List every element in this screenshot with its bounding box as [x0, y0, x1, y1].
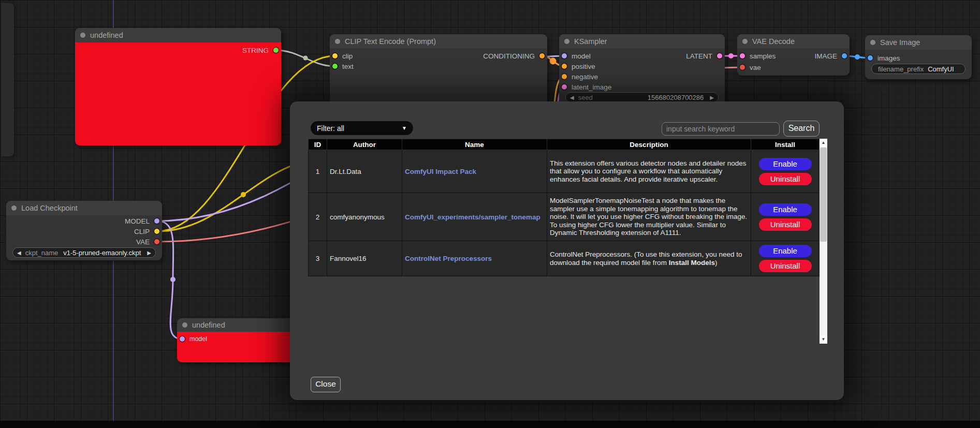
filename-prefix-label: filename_prefix [878, 65, 924, 73]
extension-link[interactable]: ComfyUI_experiments/sampler_tonemap [405, 213, 540, 221]
ckpt-name-widget[interactable]: ◀ ckpt_name v1-5-pruned-emaonly.ckpt ▶ [12, 247, 156, 258]
output-slot-latent[interactable]: LATENT [559, 51, 725, 61]
header-id: ID [309, 139, 327, 150]
cell-id: 1 [309, 150, 327, 193]
input-dot-negative[interactable] [562, 74, 567, 79]
extension-link[interactable]: ControlNet Preprocessors [405, 255, 492, 262]
output-dot-conditioning[interactable] [539, 53, 545, 58]
arrow-right-icon[interactable]: ▶ [147, 250, 151, 256]
input-slot-images[interactable]: images [865, 53, 972, 63]
output-slot-image[interactable]: IMAGE [737, 51, 850, 61]
node-title-bar[interactable]: undefined [75, 28, 281, 42]
ckpt-name-label: ckpt_name [25, 249, 58, 257]
wire-dot [241, 192, 246, 197]
seed-widget-value[interactable]: 156680208700286 [648, 94, 704, 101]
input-dot-positive[interactable] [562, 64, 567, 69]
arrow-right-icon[interactable]: ▶ [710, 95, 714, 100]
input-dot-images[interactable] [868, 55, 873, 61]
output-dot-string[interactable] [273, 48, 279, 53]
ckpt-name-value[interactable]: v1-5-pruned-emaonly.ckpt [63, 249, 141, 257]
table-scrollbar[interactable]: ▲ ▼ [820, 139, 827, 344]
node-error-body [75, 42, 281, 145]
seed-widget[interactable]: ◀ seed 156680208700286 ▶ [565, 92, 719, 102]
output-slot-clip[interactable]: CLIP [6, 226, 162, 237]
cell-install: Enable Uninstall [751, 193, 820, 241]
wire-dot [550, 58, 557, 65]
node-title-bar[interactable]: Save Image [865, 35, 972, 50]
scrollbar-down-icon[interactable]: ▼ [820, 335, 827, 344]
cell-author: Fannovel16 [327, 241, 402, 276]
arrow-left-icon[interactable]: ◀ [570, 95, 574, 100]
output-slot-label: CONDITIONING [483, 52, 535, 60]
output-slot-vae[interactable]: VAE [6, 237, 162, 247]
node-collapse-dot[interactable] [335, 39, 340, 44]
input-dot-model[interactable] [180, 336, 185, 342]
comfyui-canvas[interactable]: undefined STRING CLIP Text Encode (Promp… [0, 0, 980, 428]
close-button[interactable]: Close [311, 377, 341, 392]
node-title: KSampler [574, 37, 607, 46]
input-slot-latent-image[interactable]: latent_image [559, 82, 725, 92]
header-author: Author [327, 139, 402, 150]
uninstall-button[interactable]: Uninstall [759, 260, 812, 272]
offscreen-node-edge[interactable] [1, 3, 14, 156]
node-title-bar[interactable]: Load Checkpoint [6, 201, 162, 215]
input-slot-label: images [877, 54, 900, 62]
cell-description: ModelSamplerTonemapNoiseTest a node that… [547, 193, 751, 241]
filename-prefix-widget[interactable]: filename_prefix ComfyUI [871, 64, 966, 74]
extension-link[interactable]: ComfyUI Impact Pack [405, 168, 476, 175]
node-load-checkpoint[interactable]: Load Checkpoint MODEL CLIP VAE ◀ ckpt_na… [6, 201, 162, 260]
output-slot-model[interactable]: MODEL [6, 216, 162, 226]
input-slot-negative[interactable]: negative [559, 71, 725, 82]
input-dot-text[interactable] [332, 64, 338, 69]
node-collapse-dot[interactable] [80, 33, 85, 38]
input-dot-latent-image[interactable] [562, 84, 567, 90]
node-vae-decode[interactable]: VAE Decode samples vae IMAGE [737, 34, 850, 76]
enable-button[interactable]: Enable [759, 203, 812, 216]
output-dot-vae[interactable] [154, 239, 159, 244]
node-title-bar[interactable]: CLIP Text Encode (Prompt) [330, 34, 547, 49]
header-description: Description [547, 139, 751, 150]
output-dot-model[interactable] [154, 218, 159, 224]
node-collapse-dot[interactable] [870, 40, 875, 45]
search-input[interactable] [662, 122, 780, 136]
output-dot-latent[interactable] [717, 53, 722, 58]
node-collapse-dot[interactable] [182, 322, 187, 328]
node-save-image[interactable]: Save Image images filename_prefix ComfyU… [865, 35, 972, 79]
header-name: Name [402, 139, 547, 150]
node-collapse-dot[interactable] [11, 205, 17, 211]
uninstall-button[interactable]: Uninstall [759, 218, 812, 231]
filename-prefix-value[interactable]: ComfyUI [928, 65, 954, 73]
extension-table-container: ID Author Name Description Install 1 Dr.… [308, 139, 827, 344]
scrollbar-up-icon[interactable]: ▲ [820, 139, 827, 147]
input-slot-positive[interactable]: positive [559, 61, 725, 71]
scrollbar-thumb[interactable] [820, 147, 827, 242]
input-slot-vae[interactable]: vae [737, 62, 850, 72]
enable-button[interactable]: Enable [759, 245, 812, 257]
node-collapse-dot[interactable] [742, 39, 748, 44]
output-slot-string[interactable]: STRING [75, 45, 281, 55]
enable-button[interactable]: Enable [759, 158, 812, 170]
input-slot-model[interactable]: model [177, 334, 294, 344]
cell-install: Enable Uninstall [751, 150, 820, 193]
output-dot-clip[interactable] [154, 229, 159, 234]
output-slot-conditioning[interactable]: CONDITIONING [330, 51, 547, 61]
node-undefined-bottom[interactable]: undefined model [177, 318, 294, 362]
filter-dropdown[interactable]: Filter: all ▼ [311, 121, 413, 135]
node-undefined-top[interactable]: undefined STRING [75, 28, 281, 145]
arrow-left-icon[interactable]: ◀ [17, 250, 21, 256]
cell-name: ComfyUI Impact Pack [402, 150, 547, 193]
table-row: 3 Fannovel16 ControlNet Preprocessors Co… [309, 241, 820, 276]
input-slot-text[interactable]: text [330, 61, 547, 71]
node-clip-text-encode[interactable]: CLIP Text Encode (Prompt) clip text COND… [330, 34, 547, 112]
node-collapse-dot[interactable] [564, 39, 569, 44]
cell-id: 3 [309, 241, 327, 276]
node-title-bar[interactable]: KSampler [559, 34, 725, 49]
node-title: Load Checkpoint [21, 204, 78, 212]
input-dot-vae[interactable] [740, 65, 745, 70]
node-title-bar[interactable]: undefined [177, 318, 294, 332]
output-dot-image[interactable] [842, 53, 847, 58]
uninstall-button[interactable]: Uninstall [759, 173, 812, 185]
cell-install: Enable Uninstall [751, 241, 820, 276]
node-title-bar[interactable]: VAE Decode [737, 34, 850, 49]
search-button[interactable]: Search [783, 121, 820, 137]
